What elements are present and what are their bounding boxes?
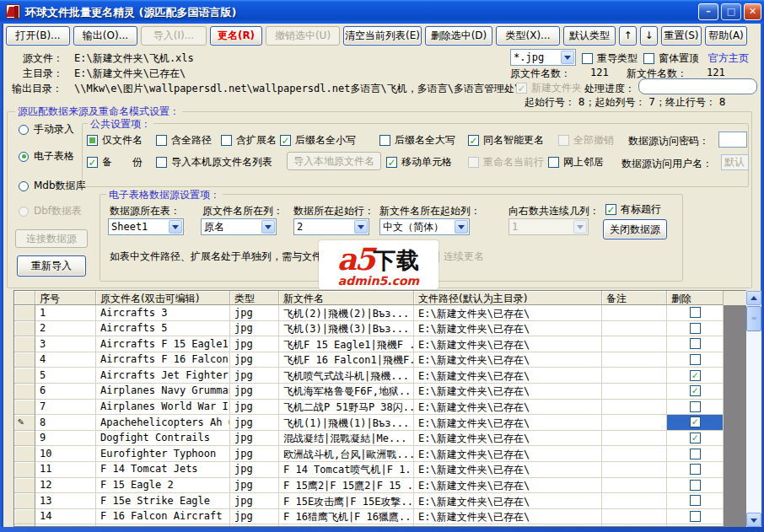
smart-rename-checkbox[interactable]: 同名智能更名	[468, 133, 544, 148]
radio-mdb-database[interactable]: Mdb数据库	[19, 179, 86, 193]
chevron-down-icon[interactable]	[561, 51, 574, 64]
close-button[interactable]: ✕	[744, 3, 761, 20]
cell-original-name[interactable]: Airplanes World War Ii...	[96, 400, 230, 416]
row-selector[interactable]	[14, 384, 35, 400]
row-selector[interactable]	[14, 524, 35, 527]
radio-icon[interactable]	[19, 152, 29, 162]
suffix-uppercase-checkbox[interactable]: 后缀名全大写	[379, 133, 455, 148]
close-datasource-button[interactable]: 关闭数据源	[603, 219, 667, 239]
include-extension-checkbox[interactable]: 含扩展名	[221, 133, 277, 148]
checkbox-icon[interactable]	[548, 157, 559, 168]
header-type[interactable]: 类型	[230, 291, 279, 305]
delete-checkbox[interactable]	[690, 416, 701, 427]
delete-checkbox[interactable]	[690, 480, 701, 491]
row-selector[interactable]	[14, 368, 35, 384]
checkbox-icon[interactable]	[87, 135, 98, 146]
row-selector[interactable]	[14, 446, 35, 462]
header-index[interactable]: 序号	[35, 291, 96, 305]
move-down-button[interactable]: ↓	[640, 26, 658, 46]
checkbox-icon[interactable]	[582, 53, 593, 64]
minimize-button[interactable]: –	[698, 3, 718, 20]
scroll-down-icon[interactable]	[746, 513, 761, 527]
delete-checkbox[interactable]	[690, 338, 701, 349]
checkbox-icon[interactable]	[379, 135, 390, 146]
rename-button[interactable]: 更名(R)	[210, 26, 262, 46]
radio-spreadsheet[interactable]: 电子表格	[19, 149, 74, 164]
start-row-combo[interactable]: 2	[293, 218, 369, 235]
maximize-button[interactable]: □	[721, 3, 741, 20]
checkbox-icon[interactable]	[280, 135, 291, 146]
radio-icon[interactable]	[19, 181, 29, 191]
cell-delete[interactable]	[667, 493, 724, 509]
chevron-down-icon[interactable]	[455, 220, 468, 234]
delete-checkbox[interactable]	[690, 385, 701, 396]
sheet-table-combo[interactable]: Sheet1	[108, 218, 184, 235]
cell-original-name[interactable]: Aircrafts 3	[96, 305, 230, 321]
delete-checkbox[interactable]	[690, 323, 701, 334]
reimport-type-checkbox[interactable]: 重导类型	[582, 51, 638, 66]
row-selector[interactable]	[14, 336, 35, 352]
type-filter-combo[interactable]: *.jpg	[510, 49, 576, 66]
full-path-checkbox[interactable]: 含全路径	[156, 133, 212, 148]
row-selector[interactable]	[14, 478, 35, 494]
chevron-down-icon[interactable]	[169, 220, 182, 234]
cell-original-name[interactable]: F 15 Eagle 2	[96, 478, 230, 494]
cell-original-name[interactable]: Airplanes Navy Grumman...	[96, 384, 230, 400]
cell-original-name[interactable]: Aircrafts F 16 Falcon1	[96, 352, 230, 368]
cell-original-name[interactable]: F 15e Strike Eagle	[96, 493, 230, 509]
move-up-button[interactable]: ↑	[619, 26, 637, 46]
move-cell-checkbox[interactable]: 移动单元格	[386, 155, 452, 169]
cell-delete[interactable]	[667, 384, 724, 400]
delete-checkbox[interactable]	[690, 401, 701, 412]
row-selector[interactable]	[14, 321, 35, 337]
official-homepage-link[interactable]: 官方主页	[708, 51, 749, 66]
checkbox-icon[interactable]	[386, 157, 397, 168]
table-vertical-scrollbar[interactable]: ≡	[746, 291, 761, 527]
row-selector[interactable]	[14, 305, 35, 321]
network-neighbor-checkbox[interactable]: 网上邻居	[548, 155, 604, 169]
output-button[interactable]: 输出(O)...	[73, 26, 137, 46]
cell-original-name[interactable]: F 16 Fighting Falcon	[96, 524, 230, 527]
default-type-button[interactable]: 默认类型	[563, 26, 616, 46]
checkbox-icon[interactable]	[156, 135, 167, 146]
header-delete[interactable]: 删除	[667, 291, 724, 305]
cell-delete[interactable]	[667, 352, 724, 368]
header-new-name[interactable]: 新文件名	[279, 291, 414, 305]
row-selector[interactable]	[14, 400, 35, 416]
checkbox-icon[interactable]	[643, 53, 654, 64]
row-selector[interactable]	[14, 493, 35, 509]
cell-delete[interactable]	[667, 462, 724, 478]
open-button[interactable]: 打开(B)...	[6, 26, 70, 46]
delete-selected-button[interactable]: 删除选中(D)	[425, 26, 492, 46]
cell-delete[interactable]	[667, 524, 724, 527]
cell-original-name[interactable]: Aircrafts 5	[96, 321, 230, 337]
cell-original-name[interactable]: F 16 Falcon Aircraft	[96, 509, 230, 525]
radio-manual-entry[interactable]: 手动录入	[19, 122, 74, 137]
header-original-name[interactable]: 原文件名(双击可编辑)	[96, 291, 230, 305]
reimport-button[interactable]: 重新导入	[17, 255, 86, 277]
checkbox-icon[interactable]	[468, 135, 479, 146]
cell-original-name[interactable]: Dogfight Contrails	[96, 431, 230, 447]
delete-checkbox[interactable]	[690, 449, 701, 459]
type-button[interactable]: 类型(X)...	[496, 26, 560, 46]
header-path[interactable]: 文件路径(默认为主目录)	[414, 291, 602, 305]
chevron-down-icon[interactable]	[261, 220, 275, 234]
cell-delete[interactable]	[667, 368, 724, 384]
delete-checkbox[interactable]	[690, 464, 701, 475]
suffix-lowercase-checkbox[interactable]: 后缀名全小写	[280, 133, 356, 148]
chevron-down-icon[interactable]	[354, 220, 368, 234]
scroll-up-icon[interactable]	[746, 291, 761, 305]
orig-column-combo[interactable]: 原名	[201, 218, 277, 235]
checkbox-icon[interactable]	[605, 204, 616, 215]
scrollbar-thumb[interactable]: ≡	[746, 306, 761, 331]
cell-delete[interactable]	[667, 509, 724, 525]
reset-button[interactable]: 重置(S)	[661, 26, 702, 46]
delete-checkbox[interactable]	[690, 495, 701, 506]
only-filename-checkbox[interactable]: 仅文件名	[87, 133, 143, 148]
row-selector[interactable]	[14, 509, 35, 525]
datasource-password-input[interactable]	[718, 132, 747, 148]
cell-delete[interactable]	[667, 321, 724, 337]
cell-delete[interactable]	[667, 431, 724, 447]
cell-original-name[interactable]: Apachehelicopters Ah 6...	[96, 415, 230, 431]
cell-delete[interactable]	[667, 400, 724, 416]
